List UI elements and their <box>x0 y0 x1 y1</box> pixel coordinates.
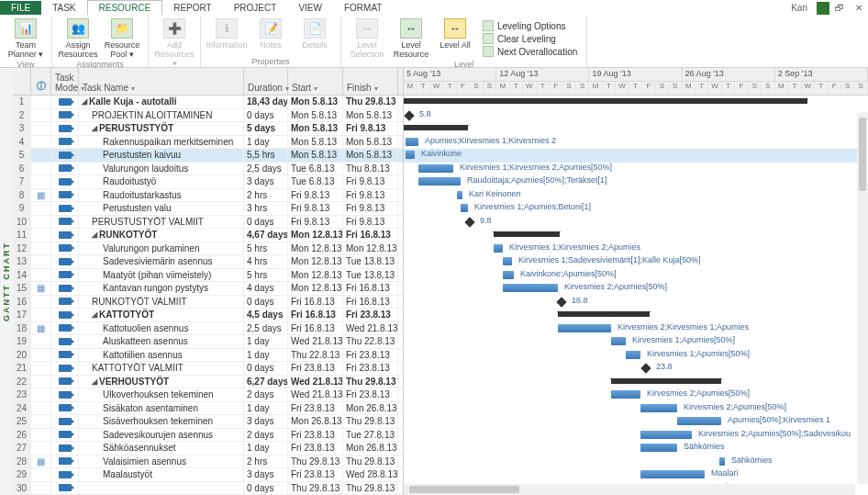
tab-task[interactable]: TASK <box>41 1 86 15</box>
row-taskname[interactable]: Kattotiilien asennus <box>79 349 244 362</box>
row-start[interactable]: Mon 12.8.13 <box>288 229 343 242</box>
table-row[interactable]: 24Sisäkaton asentaminen1 dayFri 23.8.13M… <box>13 402 403 416</box>
milestone-marker[interactable] <box>640 363 651 373</box>
table-row[interactable]: 21KATTOTYÖT VALMIIT0 daysFri 23.8.13Fri … <box>13 362 403 376</box>
row-number[interactable]: 10 <box>13 216 31 229</box>
row-duration[interactable]: 4,67 days <box>244 229 288 242</box>
notes-button[interactable]: 📝Notes <box>250 18 291 56</box>
level-selection-button[interactable]: ↔Level Selection <box>347 18 387 59</box>
table-row[interactable]: 3◢PERUSTUSTYÖT5 daysMon 5.8.13Fri 9.8.13 <box>13 122 403 136</box>
row-mode[interactable] <box>51 242 79 255</box>
row-taskname[interactable] <box>79 482 244 495</box>
row-number[interactable]: 20 <box>13 349 31 362</box>
row-finish[interactable]: Fri 9.8.13 <box>343 122 398 135</box>
row-start[interactable]: Wed 21.8.13 <box>288 335 343 348</box>
leveling-options-button[interactable]: Leveling Options <box>483 20 577 31</box>
row-duration[interactable]: 3 days <box>244 175 288 188</box>
table-row[interactable]: 8▦Raudoitustarkastus2 hrsFri 9.8.13Fri 9… <box>13 189 403 203</box>
chart-row[interactable]: Kirvesmies 2;Apumies[50%] <box>404 402 868 416</box>
row-taskname[interactable]: Raudoitustyö <box>79 175 244 188</box>
details-button[interactable]: 📄Details <box>295 18 335 56</box>
table-row[interactable]: 14Maatyöt (pihan viimeistely)5 hrsMon 12… <box>13 269 403 283</box>
tab-format[interactable]: FORMAT <box>333 1 393 15</box>
row-finish[interactable]: Mon 5.8.13 <box>343 109 398 122</box>
row-finish[interactable]: Thu 8.8.13 <box>343 163 398 175</box>
row-finish[interactable]: Fri 16.8.13 <box>343 282 398 295</box>
gantt-bar[interactable] <box>457 191 462 199</box>
gantt-bar[interactable] <box>418 164 453 173</box>
row-mode[interactable] <box>51 269 79 282</box>
chart-row[interactable]: 16.8 <box>404 296 868 309</box>
gantt-bar[interactable] <box>640 431 692 439</box>
table-row[interactable]: 2PROJEKTIN ALOITTAMINEN0 daysMon 5.8.13M… <box>13 109 403 123</box>
collapse-icon[interactable]: ◢ <box>82 97 87 106</box>
chart-row[interactable]: Apumies;Kirvesmies 1;Kirvesmies 2 <box>404 136 868 150</box>
gantt-bar[interactable] <box>626 351 640 359</box>
row-number[interactable]: 5 <box>13 149 31 162</box>
chart-row[interactable]: Kirvesmies 2;Apumies[50%] <box>404 282 868 296</box>
row-start[interactable]: Fri 23.8.13 <box>288 442 343 455</box>
table-row[interactable]: 300 daysThu 29.8.13Thu 29.8.13 <box>13 482 403 496</box>
scrollbar-vertical[interactable] <box>857 112 868 484</box>
row-number[interactable]: 30 <box>13 482 31 495</box>
row-start[interactable]: Thu 29.8.13 <box>288 456 343 468</box>
row-taskname[interactable]: Valurungon laudoitus <box>79 163 244 175</box>
row-start[interactable]: Mon 12.8.13 <box>288 269 343 282</box>
scroll-thumb[interactable] <box>859 118 866 191</box>
col-taskname[interactable]: Task Name <box>79 68 244 95</box>
chart-row[interactable] <box>404 96 868 109</box>
tab-report[interactable]: REPORT <box>162 1 223 15</box>
row-duration[interactable]: 3 hrs <box>244 202 288 215</box>
chart-row[interactable]: Kaivinkone;Apumies[50%] <box>404 269 868 283</box>
chart-row[interactable]: Kirvesmies 1;Kirvesmies 2;Apumies[50%] <box>404 163 868 176</box>
row-mode[interactable] <box>51 322 79 335</box>
table-row[interactable]: 19Aluskatteen asennus1 dayWed 21.8.13Thu… <box>13 335 403 349</box>
tab-project[interactable]: PROJECT <box>223 1 288 15</box>
gantt-bar[interactable] <box>677 417 721 425</box>
table-row[interactable]: 12Valurungon purkaminen5 hrsMon 12.8.13M… <box>13 242 403 256</box>
scrollbar-horizontal[interactable] <box>404 484 855 495</box>
row-start[interactable]: Mon 5.8.13 <box>288 122 343 135</box>
row-mode[interactable] <box>51 456 79 468</box>
gantt-bar[interactable] <box>640 404 677 412</box>
row-finish[interactable]: Mon 26.8.13 <box>343 402 398 415</box>
row-duration[interactable]: 5 hrs <box>244 242 288 255</box>
chart-row[interactable] <box>404 309 868 322</box>
chart-row[interactable]: Kari Keinonen <box>404 189 868 203</box>
row-start[interactable]: Thu 22.8.13 <box>288 349 343 362</box>
gantt-bar[interactable] <box>404 125 468 130</box>
collapse-icon[interactable]: ◢ <box>92 124 97 132</box>
row-duration[interactable]: 4 hrs <box>244 255 288 268</box>
row-finish[interactable]: Fri 23.8.13 <box>343 362 398 375</box>
row-mode[interactable] <box>51 362 79 375</box>
row-start[interactable]: Fri 23.8.13 <box>288 402 343 415</box>
gantt-bar[interactable] <box>640 444 677 452</box>
window-restore-icon[interactable]: 🗗 <box>829 3 850 13</box>
row-finish[interactable]: Fri 23.8.13 <box>343 309 398 321</box>
row-number[interactable]: 7 <box>13 175 31 188</box>
row-number[interactable]: 22 <box>13 376 31 388</box>
gantt-bar[interactable] <box>719 457 725 466</box>
col-info[interactable]: ⓘ <box>31 68 51 95</box>
chart-row[interactable]: Raudoittaja;Apumies[50%];Teräkset[1] <box>404 175 868 189</box>
row-taskname[interactable]: PERUSTUSTYÖT VALMIIT <box>79 216 244 229</box>
row-mode[interactable] <box>51 282 79 295</box>
gantt-bar[interactable] <box>558 311 650 317</box>
row-finish[interactable]: Mon 5.8.13 <box>343 136 398 149</box>
table-row[interactable]: 26Sadevesikourujen asennus2 daysFri 23.8… <box>13 429 403 443</box>
chart-row[interactable]: Kirvesmies 2;Kirvesmies 1;Apumies <box>404 322 868 336</box>
table-row[interactable]: 20Kattotiilien asennus1 dayThu 22.8.13Fr… <box>13 349 403 363</box>
row-duration[interactable]: 5 days <box>244 122 288 135</box>
col-start[interactable]: Start <box>288 68 343 95</box>
row-mode[interactable] <box>51 442 79 455</box>
row-taskname[interactable]: Sadevesiviemärin asennus <box>79 255 244 268</box>
window-close-icon[interactable]: ✕ <box>850 3 868 13</box>
table-row[interactable]: 27Sähköasennukset1 dayFri 23.8.13Mon 26.… <box>13 442 403 456</box>
gantt-bar[interactable] <box>611 337 626 345</box>
row-finish[interactable]: Tue 13.8.13 <box>343 255 398 268</box>
chart-row[interactable] <box>404 376 868 389</box>
chart-row[interactable]: Kirvesmies 1;Kirvesmies 2;Apumies <box>404 242 868 256</box>
row-start[interactable]: Mon 26.8.13 <box>288 415 343 428</box>
table-row[interactable]: 28▦Valaisimien asennus2 hrsThu 29.8.13Th… <box>13 456 403 469</box>
row-number[interactable]: 4 <box>13 136 31 149</box>
